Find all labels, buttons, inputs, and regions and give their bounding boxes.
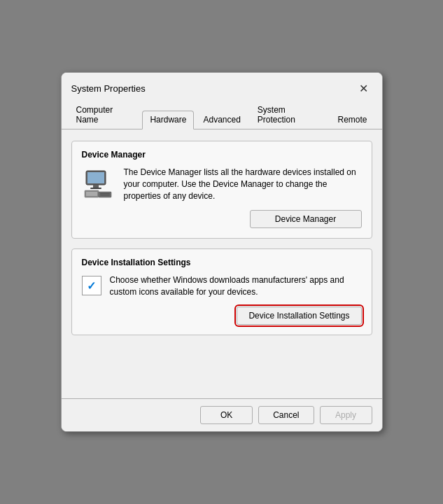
- device-installation-settings-button[interactable]: Device Installation Settings: [237, 307, 361, 325]
- device-manager-title: Device Manager: [82, 150, 362, 160]
- ok-button[interactable]: OK: [200, 406, 253, 424]
- checkmark-icon: ✓: [87, 279, 96, 293]
- device-manager-section: Device Manager: [71, 141, 372, 239]
- svg-rect-3: [90, 188, 101, 189]
- device-manager-row: The Device Manager lists all the hardwar…: [82, 167, 362, 202]
- dialog-title: System Properties: [71, 83, 146, 94]
- device-installation-row: ✓ Choose whether Windows downloads manuf…: [82, 274, 362, 298]
- device-installation-button-row: Device Installation Settings: [82, 307, 362, 325]
- system-properties-dialog: System Properties ✕ Computer Name Hardwa…: [61, 72, 383, 432]
- svg-rect-8: [100, 195, 110, 196]
- cancel-button[interactable]: Cancel: [258, 406, 314, 424]
- svg-rect-5: [86, 192, 97, 196]
- tab-hardware[interactable]: Hardware: [142, 111, 194, 130]
- device-manager-button[interactable]: Device Manager: [250, 210, 362, 228]
- device-installation-checkbox[interactable]: ✓: [82, 276, 101, 295]
- device-manager-icon: [82, 167, 115, 200]
- title-bar: System Properties ✕: [62, 73, 382, 97]
- device-installation-description: Choose whether Windows downloads manufac…: [110, 274, 362, 298]
- device-installation-title: Device Installation Settings: [82, 258, 362, 267]
- tab-remote[interactable]: Remote: [330, 111, 374, 129]
- tab-system-protection[interactable]: System Protection: [250, 101, 329, 129]
- tab-bar: Computer Name Hardware Advanced System P…: [62, 97, 382, 130]
- tab-computer-name[interactable]: Computer Name: [69, 101, 141, 129]
- device-manager-button-row: Device Manager: [82, 210, 362, 228]
- device-installation-section: Device Installation Settings ✓ Choose wh…: [71, 248, 372, 335]
- hardware-icon-svg: [83, 168, 114, 199]
- svg-rect-7: [100, 193, 110, 195]
- svg-rect-1: [87, 172, 104, 183]
- close-button[interactable]: ✕: [356, 80, 372, 97]
- svg-rect-2: [93, 185, 99, 188]
- device-manager-description: The Device Manager lists all the hardwar…: [124, 167, 362, 202]
- tab-content: Device Manager: [62, 130, 382, 398]
- footer: OK Cancel Apply: [62, 398, 382, 431]
- tab-advanced[interactable]: Advanced: [195, 111, 248, 129]
- apply-button[interactable]: Apply: [320, 406, 372, 424]
- content-spacer: [71, 345, 372, 387]
